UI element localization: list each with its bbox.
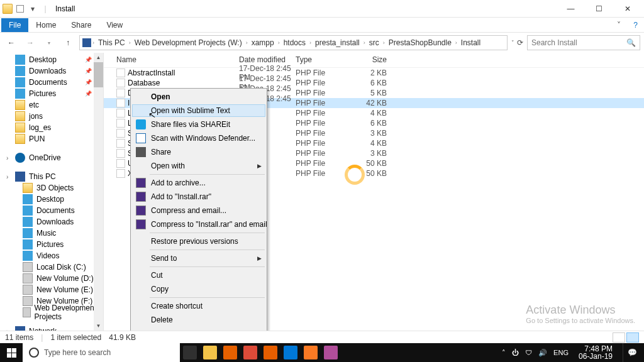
nav-thispc[interactable]: This PC — [0, 171, 103, 182]
action-center-icon[interactable]: 💬 — [623, 343, 641, 362]
nav-quick-pictures[interactable]: Pictures📌 — [0, 88, 103, 99]
nav-pc-local-disk-c-[interactable]: Local Disk (C:) — [0, 261, 103, 273]
col-name[interactable]: Name — [116, 53, 239, 67]
file-row[interactable]: AbstractInstall17-Dec-18 2:45 PMPHP File… — [104, 68, 644, 78]
menu-compress-and-email-[interactable]: Compress and email... — [132, 204, 265, 217]
view-large-icon[interactable] — [626, 332, 639, 343]
qat-properties-icon[interactable] — [15, 4, 25, 14]
crumb-src[interactable]: src — [367, 38, 382, 47]
ribbon-expand-icon[interactable]: ˅ — [611, 18, 627, 32]
menu-open-with-sublime-text[interactable]: Open with Sublime Text — [132, 104, 265, 117]
crumb-htdocs[interactable]: htdocs — [281, 38, 308, 47]
search-input[interactable]: Search Install 🔍 — [527, 35, 640, 50]
col-type[interactable]: Type — [296, 53, 352, 67]
taskbar-chrome[interactable] — [240, 343, 260, 362]
menu-cut[interactable]: Cut — [132, 268, 265, 282]
crumb-thispc[interactable]: This PC — [96, 38, 128, 47]
nav-pc-music[interactable]: Music — [0, 228, 103, 239]
nav-pc-documents[interactable]: Documents — [0, 205, 103, 216]
start-button[interactable] — [0, 343, 23, 362]
column-headers[interactable]: Name Date modified Type Size — [104, 53, 644, 68]
crumb-xampp[interactable]: xampp — [249, 38, 277, 47]
up-button[interactable]: ↑ — [60, 35, 75, 50]
nav-pc-desktop[interactable]: Desktop — [0, 194, 103, 205]
nav-onedrive[interactable]: OneDrive — [0, 152, 103, 163]
menu-share[interactable]: Share — [132, 145, 265, 159]
help-icon[interactable]: ? — [627, 18, 644, 32]
menu-create-shortcut[interactable]: Create shortcut — [132, 299, 265, 313]
nav-quick-etc[interactable]: etc — [0, 99, 103, 111]
tab-home[interactable]: Home — [28, 18, 64, 32]
scroll-up-icon[interactable]: ▲ — [94, 53, 103, 62]
breadcrumb[interactable]: › This PC› Web Development Projects (W:)… — [79, 35, 508, 50]
menu-add-to-install-rar-[interactable]: Add to "Install.rar" — [132, 190, 265, 204]
system-tray[interactable]: ˄⏻🛡🔊ENG 7:48 PM 06-Jan-19 💬 — [499, 343, 644, 362]
tray-icon[interactable]: ENG — [553, 349, 569, 357]
nav-pc-videos[interactable]: Videos — [0, 250, 103, 261]
nav-quick-pun[interactable]: PUN — [0, 133, 103, 145]
back-button[interactable]: ← — [4, 35, 19, 50]
taskbar-task-view[interactable] — [180, 343, 200, 362]
nav-pc-pictures[interactable]: Pictures — [0, 239, 103, 250]
php-file-icon — [116, 119, 125, 128]
nav-quick-documents[interactable]: Documents📌 — [0, 77, 103, 88]
nav-pc-downloads[interactable]: Downloads — [0, 216, 103, 228]
crumb-install[interactable]: Install — [458, 38, 483, 47]
nav-pc-new-volume-d-[interactable]: New Volume (D:) — [0, 273, 103, 284]
nav-scrollbar[interactable] — [94, 53, 103, 331]
nav-pc-new-volume-e-[interactable]: New Volume (E:) — [0, 284, 103, 295]
menu-delete[interactable]: Delete — [132, 313, 265, 327]
taskbar-firefox[interactable] — [220, 343, 240, 362]
qat-dropdown-icon[interactable]: ▾ — [28, 4, 38, 14]
nav-pc-3d-objects[interactable]: 3D Objects — [0, 182, 103, 194]
menu-share-files-via-shareit[interactable]: Share files via SHAREit — [132, 118, 265, 131]
nav-network[interactable]: Network — [0, 326, 103, 331]
file-row[interactable]: Database17-Dec-18 2:45 PMPHP File6 KB — [104, 78, 644, 88]
php-file-icon — [116, 169, 125, 178]
recent-dropdown[interactable]: ▾ — [42, 35, 57, 50]
tab-file[interactable]: File — [1, 18, 28, 32]
taskbar-vlc[interactable] — [260, 343, 280, 362]
close-button[interactable]: ✕ — [613, 0, 641, 18]
task-view-icon — [183, 346, 197, 359]
nav-quick-downloads[interactable]: Downloads📌 — [0, 65, 103, 77]
taskbar-phpstorm[interactable] — [321, 343, 341, 362]
menu-send-to[interactable]: Send to▶ — [132, 251, 265, 265]
menu-open-with[interactable]: Open with▶ — [132, 159, 265, 173]
view-details-icon[interactable] — [613, 332, 625, 343]
vscode-icon — [284, 346, 297, 359]
nav-pc-web-development-projects[interactable]: Web Development Projects — [0, 307, 103, 318]
tab-view[interactable]: View — [99, 18, 130, 32]
scroll-down-icon[interactable]: ▼ — [94, 321, 103, 331]
clock[interactable]: 7:48 PM 06-Jan-19 — [575, 345, 616, 360]
minimize-button[interactable]: — — [557, 0, 585, 18]
nav-quick-desktop[interactable]: Desktop📌 — [0, 54, 103, 65]
tray-icon[interactable]: 🔊 — [538, 349, 547, 357]
tab-share[interactable]: Share — [64, 18, 99, 32]
tray-icon[interactable]: ˄ — [502, 349, 506, 357]
menu-compress-to-install-rar-and-email[interactable]: Compress to "Install.rar" and email — [132, 217, 265, 231]
maximize-button[interactable]: ☐ — [585, 0, 613, 18]
crumb-bundle[interactable]: PrestaShopBundle — [386, 38, 454, 47]
taskbar-vscode[interactable] — [280, 343, 301, 362]
menu-scan-with-windows-defender-[interactable]: Scan with Windows Defender... — [132, 131, 265, 145]
menu-add-to-archive-[interactable]: Add to archive... — [132, 176, 265, 190]
col-size[interactable]: Size — [352, 53, 387, 67]
crumb-dropdown-icon[interactable]: ˅ — [511, 40, 514, 46]
crumb-w[interactable]: Web Development Projects (W:) — [132, 38, 245, 47]
scroll-thumb[interactable] — [94, 62, 103, 87]
taskbar-xampp[interactable] — [301, 343, 321, 362]
menu-copy[interactable]: Copy — [132, 282, 265, 296]
menu-open[interactable]: Open — [132, 90, 265, 104]
tray-icon[interactable]: 🛡 — [525, 349, 532, 357]
crumb-presta[interactable]: presta_install — [313, 38, 362, 47]
refresh-icon[interactable]: ⟳ — [517, 38, 523, 47]
chrome-icon — [243, 346, 257, 359]
nav-quick-jons[interactable]: jons — [0, 111, 103, 122]
nav-quick-log_es[interactable]: log_es — [0, 122, 103, 133]
menu-restore-previous-versions[interactable]: Restore previous versions — [132, 234, 265, 248]
taskbar-file-explorer[interactable] — [200, 343, 220, 362]
tray-icon[interactable]: ⏻ — [512, 349, 519, 357]
taskbar-search[interactable]: Type here to search — [23, 343, 180, 362]
status-selection: 1 item selected — [50, 333, 101, 342]
